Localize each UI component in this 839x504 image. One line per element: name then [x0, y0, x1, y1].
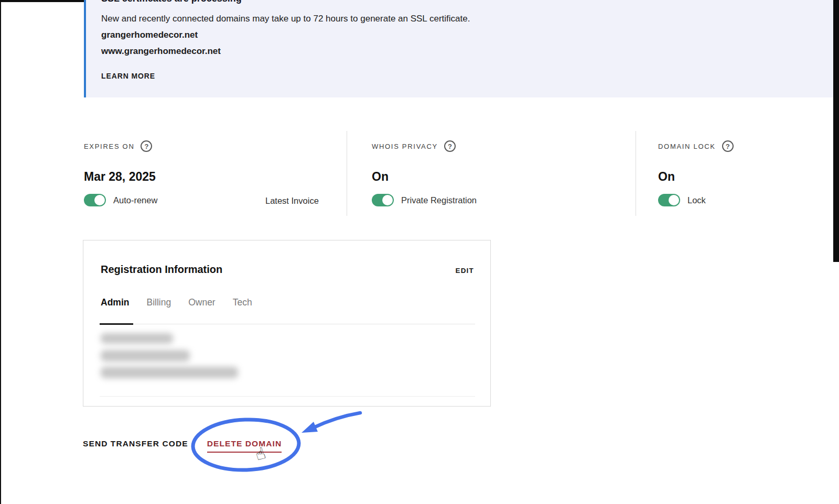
edit-button[interactable]: EDIT [455, 267, 474, 275]
redacted-contact-line [101, 333, 173, 344]
lock-label: Lock [687, 195, 706, 205]
private-registration-label: Private Registration [401, 195, 477, 205]
private-registration-toggle[interactable] [372, 194, 394, 206]
tab-owner[interactable]: Owner [188, 297, 216, 308]
expires-on-section: EXPIRES ON ? Mar 28, 2025 Auto-renew Lat… [84, 131, 346, 217]
video-frame-left-border [0, 0, 1, 504]
whois-privacy-label: WHOIS PRIVACY [372, 143, 438, 150]
lock-toggle[interactable] [658, 194, 680, 206]
card-divider [100, 396, 475, 397]
toggle-knob [669, 195, 679, 205]
domain-lock-label: DOMAIN LOCK [658, 143, 716, 150]
annotation-arrow-head [302, 422, 318, 433]
send-transfer-code-button[interactable]: SEND TRANSFER CODE [83, 439, 188, 448]
redacted-contact-line [101, 350, 190, 361]
latest-invoice-link[interactable]: Latest Invoice [265, 196, 319, 206]
registration-tabs: Admin Billing Owner Tech [101, 297, 252, 308]
domain-lock-section: DOMAIN LOCK ? On Lock [658, 131, 831, 217]
domain-info-row: EXPIRES ON ? Mar 28, 2025 Auto-renew Lat… [0, 131, 839, 217]
toggle-knob [382, 195, 393, 205]
auto-renew-label: Auto-renew [113, 195, 157, 205]
tab-billing[interactable]: Billing [146, 297, 171, 308]
footer-actions: SEND TRANSFER CODE DELETE DOMAIN [83, 439, 282, 453]
domain-lock-help-icon[interactable]: ? [722, 140, 734, 152]
active-tab-indicator [100, 323, 133, 325]
learn-more-link[interactable]: LEARN MORE [101, 72, 155, 80]
whois-privacy-section: WHOIS PRIVACY ? On Private Registration [372, 131, 634, 217]
ssl-banner-title: SSL certificates are processing [101, 0, 242, 4]
ssl-banner-body: New and recently connected domains may t… [101, 14, 470, 24]
registration-information-card: Registration Information EDIT Admin Bill… [83, 240, 491, 407]
domain-lock-value: On [658, 170, 675, 184]
ssl-banner: SSL certificates are processing New and … [84, 0, 833, 97]
tab-tech[interactable]: Tech [233, 297, 252, 308]
tab-admin[interactable]: Admin [101, 297, 129, 308]
auto-renew-toggle[interactable] [84, 194, 106, 206]
redacted-contact-line [101, 367, 238, 378]
whois-privacy-value: On [372, 170, 389, 184]
tab-underline [100, 324, 475, 324]
ssl-banner-domain-www: www.grangerhomedecor.net [101, 46, 221, 57]
expires-on-label: EXPIRES ON [84, 143, 134, 150]
column-divider [347, 131, 347, 216]
toggle-knob [94, 195, 105, 205]
delete-domain-button[interactable]: DELETE DOMAIN [207, 439, 282, 453]
expires-on-value: Mar 28, 2025 [84, 170, 156, 184]
column-divider [636, 131, 636, 216]
registration-card-title: Registration Information [101, 264, 222, 276]
expires-on-help-icon[interactable]: ? [141, 140, 152, 152]
whois-privacy-help-icon[interactable]: ? [444, 140, 456, 152]
ssl-banner-domain-primary: grangerhomedecor.net [101, 30, 198, 40]
annotation-arrow-shaft [313, 413, 360, 428]
